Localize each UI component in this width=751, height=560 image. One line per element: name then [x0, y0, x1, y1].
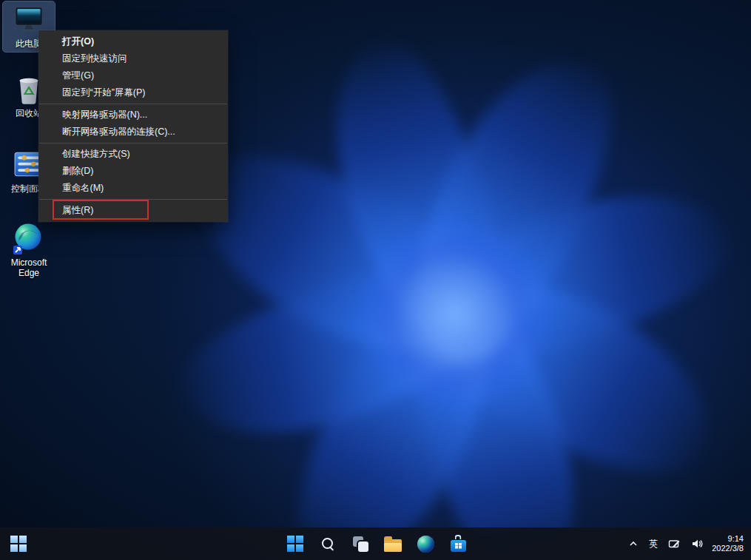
edge-icon: [417, 536, 434, 553]
show-hidden-icons-button[interactable]: [626, 534, 641, 553]
menu-item-disconnect-network-drive[interactable]: 断开网络驱动器的连接(C)...: [38, 124, 228, 141]
file-explorer-button[interactable]: [383, 534, 403, 553]
speaker-icon: [691, 538, 703, 550]
store-bag-icon: [451, 540, 466, 552]
menu-separator: [39, 199, 227, 200]
windows-logo-left-icon[interactable]: [9, 534, 28, 553]
context-menu: 打开(O) 固定到快速访问 管理(G) 固定到“开始”屏幕(P) 映射网络驱动器…: [38, 30, 228, 222]
menu-item-delete[interactable]: 删除(D): [38, 163, 228, 180]
edge-browser-icon: [13, 223, 45, 255]
windows-logo-icon: [287, 536, 303, 552]
chevron-up-icon: [628, 539, 639, 549]
search-button[interactable]: [318, 534, 337, 553]
clock-time: 9:14: [712, 534, 744, 544]
menu-item-pin-to-start[interactable]: 固定到“开始”屏幕(P): [38, 84, 228, 101]
desktop-icon-label: Microsoft Edge: [4, 257, 54, 278]
pen-input-button[interactable]: [666, 534, 682, 553]
menu-item-properties[interactable]: 属性(R): [38, 202, 228, 219]
edge-browser-button[interactable]: [416, 534, 435, 553]
clock[interactable]: 9:14 2022/3/8: [712, 534, 747, 553]
ime-language-indicator[interactable]: 英: [647, 538, 659, 550]
volume-button[interactable]: [689, 534, 705, 553]
desktop-icon-microsoft-edge[interactable]: Microsoft Edge: [3, 220, 55, 281]
pen-input-icon: [668, 539, 681, 550]
menu-item-pin-to-quick-access[interactable]: 固定到快速访问: [38, 50, 228, 67]
menu-item-map-network-drive[interactable]: 映射网络驱动器(N)...: [38, 107, 228, 124]
microsoft-store-button[interactable]: [448, 534, 468, 553]
clock-date: 2022/3/8: [712, 544, 744, 553]
task-view-button[interactable]: [351, 534, 370, 553]
windows-logo-icon: [10, 536, 27, 552]
folder-icon: [384, 539, 402, 552]
menu-item-create-shortcut[interactable]: 创建快捷方式(S): [38, 146, 228, 163]
menu-item-rename[interactable]: 重命名(M): [38, 180, 228, 197]
task-view-icon: [353, 536, 368, 552]
menu-item-open[interactable]: 打开(O): [38, 33, 228, 50]
start-button[interactable]: [286, 534, 305, 553]
menu-item-manage[interactable]: 管理(G): [38, 67, 228, 84]
taskbar: 英 9:14 2022/3/8: [0, 527, 751, 560]
menu-separator: [39, 104, 227, 104]
menu-separator: [39, 143, 227, 144]
search-icon: [320, 536, 335, 551]
